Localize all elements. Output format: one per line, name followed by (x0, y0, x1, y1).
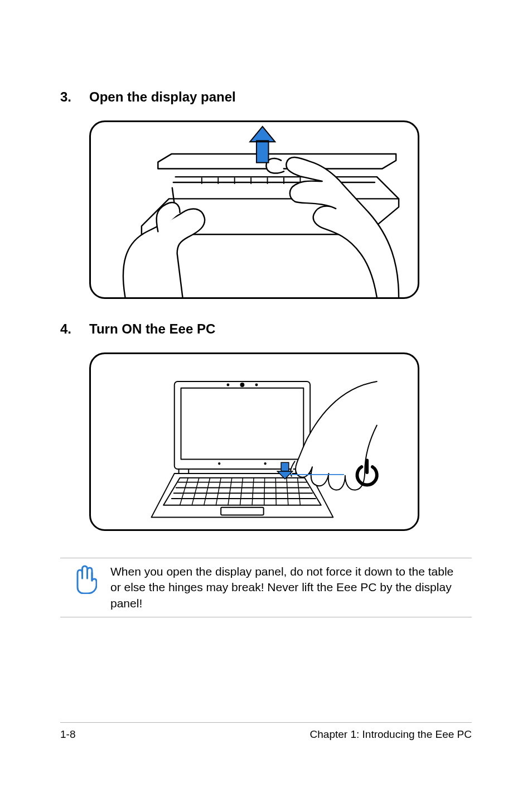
svg-rect-40 (221, 508, 264, 515)
figure-open-display-panel (89, 120, 419, 299)
svg-line-37 (275, 478, 276, 505)
step-3-title: Open the display panel (89, 89, 236, 105)
svg-line-36 (264, 478, 265, 505)
step-4-title: Turn ON the Eee PC (89, 321, 215, 337)
step-4: 4. Turn ON the Eee PC (60, 321, 472, 531)
svg-point-20 (255, 384, 257, 385)
svg-rect-41 (281, 462, 289, 471)
svg-marker-13 (250, 127, 275, 142)
svg-line-3 (377, 177, 399, 199)
step-3: 3. Open the display panel (60, 89, 472, 299)
page-footer: 1-8 Chapter 1: Introducing the Eee PC (60, 722, 472, 741)
svg-rect-12 (257, 141, 269, 162)
step-3-number: 3. (60, 89, 89, 105)
chapter-title: Chapter 1: Introducing the Eee PC (310, 728, 472, 741)
caution-note-text: When you open the display panel, do not … (110, 564, 472, 611)
svg-point-19 (227, 384, 229, 385)
svg-point-22 (264, 463, 265, 464)
page-number: 1-8 (60, 728, 75, 741)
figure-turn-on-eee-pc (89, 352, 419, 531)
caution-note: When you open the display panel, do not … (60, 558, 472, 617)
step-4-heading: 4. Turn ON the Eee PC (60, 321, 472, 337)
svg-rect-17 (181, 388, 304, 460)
step-4-number: 4. (60, 321, 89, 337)
hand-stop-icon (60, 564, 110, 594)
svg-point-21 (219, 463, 220, 464)
step-3-heading: 3. Open the display panel (60, 89, 472, 105)
svg-point-18 (240, 383, 244, 386)
